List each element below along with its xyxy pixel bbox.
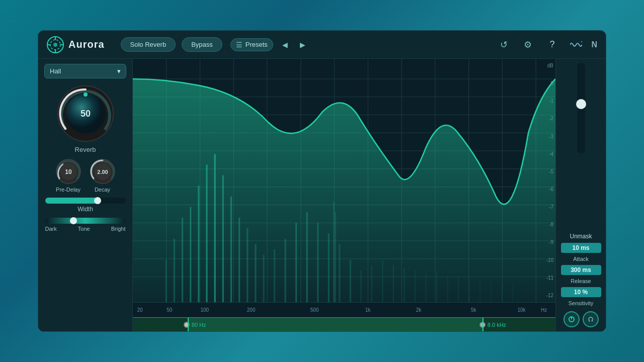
bypass-button[interactable]: Bypass bbox=[182, 37, 222, 52]
decay-knob[interactable]: 2.00 bbox=[90, 158, 116, 185]
wave-icon bbox=[570, 41, 582, 49]
reverb-label: Reverb bbox=[75, 146, 96, 153]
sensitivity-label: Sensitivity bbox=[569, 300, 594, 306]
refresh-icon: ↺ bbox=[500, 39, 508, 50]
width-slider-group: Width bbox=[44, 198, 126, 213]
freq-200-label: 200 bbox=[247, 307, 256, 313]
freq-20-label: 20 bbox=[137, 307, 142, 313]
db-8-label: -8 bbox=[539, 222, 553, 227]
svg-rect-76 bbox=[501, 284, 502, 302]
reverb-knob-container: 50 Reverb bbox=[55, 83, 116, 153]
attack-label: Attack bbox=[573, 256, 589, 262]
presets-list-icon: ☰ bbox=[236, 41, 243, 49]
tone-bright-label: Bright bbox=[111, 226, 126, 232]
gear-icon: ⚙ bbox=[524, 39, 532, 50]
freq-axis: 20 50 100 200 500 1k 2k 5k 10k Hz bbox=[133, 302, 555, 317]
headphone-icon bbox=[587, 316, 594, 323]
app-name: Aurora bbox=[68, 39, 105, 50]
svg-rect-53 bbox=[255, 244, 256, 302]
svg-rect-61 bbox=[339, 244, 340, 302]
svg-rect-47 bbox=[206, 164, 207, 302]
db-12-label: -12 bbox=[539, 293, 553, 298]
svg-rect-74 bbox=[479, 280, 480, 302]
svg-rect-69 bbox=[426, 273, 427, 302]
right-panel: Unmask 10 ms Attack 300 ms Release 10 % … bbox=[555, 59, 606, 331]
db-10-label: -10 bbox=[539, 257, 553, 263]
attack-value-display[interactable]: 10 ms bbox=[561, 243, 601, 253]
presets-area[interactable]: ☰ Presets bbox=[230, 38, 273, 51]
release-label: Release bbox=[571, 278, 591, 284]
tone-slider-group: Dark Tone Bright bbox=[44, 218, 126, 232]
logo-area: Aurora bbox=[46, 36, 105, 54]
svg-rect-72 bbox=[458, 277, 459, 302]
svg-rect-64 bbox=[371, 265, 372, 302]
dropdown-chevron-icon: ▾ bbox=[117, 67, 121, 75]
svg-rect-73 bbox=[469, 279, 470, 302]
headphone-button[interactable] bbox=[583, 311, 599, 327]
svg-rect-65 bbox=[382, 260, 383, 302]
header: Aurora Solo Reverb Bypass ☰ Presets ◀ ▶ … bbox=[38, 31, 606, 59]
svg-rect-50 bbox=[230, 197, 232, 302]
release-value-display[interactable]: 300 ms bbox=[561, 265, 601, 275]
svg-rect-58 bbox=[306, 212, 308, 302]
db-0-label: 0 bbox=[539, 80, 553, 86]
freq-5k-label: 5k bbox=[471, 307, 476, 313]
tone-slider[interactable] bbox=[45, 218, 126, 224]
unmask-label: Unmask bbox=[570, 233, 592, 240]
freq-500-label: 500 bbox=[310, 307, 319, 313]
presets-label: Presets bbox=[246, 41, 268, 48]
svg-rect-60 bbox=[328, 233, 330, 302]
svg-rect-44 bbox=[182, 218, 183, 302]
svg-point-2 bbox=[53, 43, 57, 47]
ni-logo: N bbox=[591, 40, 598, 49]
svg-rect-57 bbox=[295, 223, 297, 302]
svg-rect-75 bbox=[491, 281, 492, 302]
settings-button[interactable]: ⚙ bbox=[519, 36, 537, 54]
db-6-label: -6 bbox=[539, 187, 553, 192]
pre-delay-knob[interactable]: 10 bbox=[55, 158, 82, 185]
freq-handles-bar: 80 Hz 8.0 kHz bbox=[133, 317, 555, 331]
db-5-label: -5 bbox=[539, 169, 553, 174]
freq-100-label: 100 bbox=[200, 307, 209, 313]
preset-dropdown[interactable]: Hall ▾ bbox=[44, 64, 126, 78]
svg-rect-54 bbox=[263, 254, 264, 302]
gain-slider[interactable] bbox=[577, 63, 585, 153]
freq-2k-label: 2k bbox=[416, 307, 422, 313]
preset-next-button[interactable]: ▶ bbox=[297, 40, 308, 50]
svg-rect-46 bbox=[198, 186, 199, 302]
width-label: Width bbox=[77, 206, 93, 213]
power-button[interactable] bbox=[564, 311, 580, 327]
decay-label: Decay bbox=[95, 187, 110, 193]
db-11-label: -11 bbox=[539, 275, 553, 281]
gain-slider-container bbox=[577, 63, 585, 230]
plugin-window: Aurora Solo Reverb Bypass ☰ Presets ◀ ▶ … bbox=[38, 30, 606, 332]
solo-reverb-button[interactable]: Solo Reverb bbox=[121, 37, 176, 52]
eq-display[interactable] bbox=[133, 59, 555, 302]
svg-rect-63 bbox=[360, 270, 361, 302]
refresh-button[interactable]: ↺ bbox=[495, 36, 513, 54]
freq-50-label: 50 bbox=[167, 307, 172, 313]
help-button[interactable]: ? bbox=[543, 36, 561, 54]
db-axis: dB 0 -1 -2 -3 -4 -5 -6 -7 -8 -9 -10 -11 … bbox=[537, 59, 555, 302]
svg-rect-49 bbox=[222, 175, 224, 302]
tone-labels: Dark Tone Bright bbox=[45, 226, 126, 232]
preset-value: Hall bbox=[50, 67, 61, 75]
svg-rect-68 bbox=[415, 270, 416, 302]
wave-icon-button[interactable] bbox=[567, 36, 585, 54]
freq-hz-label: Hz bbox=[541, 307, 547, 313]
svg-rect-43 bbox=[174, 239, 175, 302]
width-slider[interactable] bbox=[45, 198, 126, 204]
svg-rect-52 bbox=[247, 228, 248, 302]
main-content: Hall ▾ bbox=[38, 59, 606, 331]
svg-rect-45 bbox=[190, 207, 191, 302]
eq-area: dB 0 -1 -2 -3 -4 -5 -6 -7 -8 -9 -10 -11 … bbox=[133, 59, 555, 331]
high-freq-label: 8.0 kHz bbox=[488, 322, 506, 328]
svg-rect-55 bbox=[274, 249, 275, 302]
preset-prev-button[interactable]: ◀ bbox=[279, 40, 291, 50]
reverb-knob[interactable]: 50 bbox=[55, 83, 116, 144]
svg-rect-48 bbox=[214, 154, 216, 302]
svg-rect-71 bbox=[447, 276, 448, 302]
db-unit-label: dB bbox=[539, 63, 553, 68]
sensitivity-value-display[interactable]: 10 % bbox=[561, 287, 601, 297]
freq-1k-label: 1k bbox=[365, 307, 371, 313]
